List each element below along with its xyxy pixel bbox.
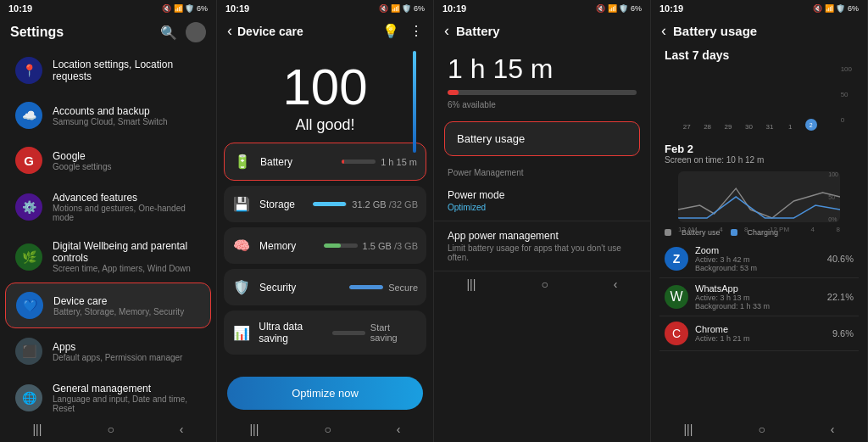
home-button-4[interactable]: ○ bbox=[758, 422, 765, 436]
settings-item-google[interactable]: G Google Google settings bbox=[5, 138, 211, 182]
topbar-icons: 🔍 bbox=[160, 22, 206, 42]
date-info: Feb 2 Screen on time: 10 h 12 m bbox=[651, 137, 867, 166]
security-care-icon: 🛡️ bbox=[232, 279, 251, 295]
wellbeing-sub: Screen time, App timers, Wind Down bbox=[53, 264, 201, 273]
back-arrow-4[interactable]: ‹ bbox=[661, 22, 666, 40]
security-value: Secure bbox=[388, 283, 418, 293]
optimize-button[interactable]: Optimize now bbox=[227, 377, 423, 410]
line-chart-container: 100 50 0% 12 AM 4 8 12 PM 4 8 bbox=[665, 168, 854, 223]
whatsapp-detail: Active: 3 h 13 m bbox=[695, 294, 821, 302]
app-chrome-item[interactable]: C Chrome Active: 1 h 21 m 9.6% bbox=[659, 316, 859, 351]
settings-item-general[interactable]: 🌐 General management Language and input,… bbox=[5, 374, 211, 417]
status-bar-2: 10:19 🔇 📶 🛡️ 6% bbox=[217, 0, 433, 17]
battery-usage-button[interactable]: Battery usage bbox=[444, 121, 640, 156]
menu-button-4[interactable]: ||| bbox=[683, 422, 693, 436]
google-title: Google bbox=[53, 150, 112, 162]
app-zoom-item[interactable]: Z Zoom Active: 3 h 42 m Background: 53 m… bbox=[659, 240, 859, 278]
status-icons-4: 🔇 📶 🛡️ 6% bbox=[813, 4, 859, 13]
power-mode-item[interactable]: Power mode Optimized bbox=[434, 181, 650, 221]
bulb-icon[interactable]: 💡 bbox=[382, 23, 399, 39]
care-storage-item[interactable]: 💾 Storage 31.2 GB /32 GB bbox=[224, 186, 426, 222]
apps-title: Apps bbox=[53, 341, 182, 353]
accounts-title: Accounts and backup bbox=[53, 105, 168, 117]
power-mode-title: Power mode bbox=[448, 189, 637, 201]
accounts-sub: Samsung Cloud, Smart Switch bbox=[53, 117, 168, 126]
bar-30: 30 bbox=[740, 121, 757, 131]
settings-item-location[interactable]: 📍 Location settings, Location requests bbox=[5, 48, 211, 92]
ultradata-care-title: Ultra data saving bbox=[259, 321, 332, 344]
care-ultradata-item[interactable]: 📊 Ultra data saving Start saving bbox=[224, 311, 426, 355]
status-bar-4: 10:19 🔇 📶 🛡️ 6% bbox=[651, 0, 867, 17]
screen-on-time: Screen on time: 10 h 12 m bbox=[665, 155, 854, 165]
settings-list: 📍 Location settings, Location requests ☁… bbox=[0, 48, 216, 417]
bar-1: 1 bbox=[782, 121, 798, 131]
back-arrow-2[interactable]: ‹ bbox=[227, 22, 232, 40]
zoom-bg-detail: Background: 53 m bbox=[695, 264, 821, 272]
battery-time-remaining: 1 h 15 m bbox=[434, 45, 650, 85]
status-bar-1: 10:19 🔇 📶 🛡️ 6% bbox=[0, 0, 216, 17]
home-button-1[interactable]: ○ bbox=[107, 422, 114, 436]
bar-29: 29 bbox=[720, 121, 737, 131]
back-button-2[interactable]: ‹ bbox=[397, 422, 401, 436]
time-4: 10:19 bbox=[659, 3, 683, 14]
menu-button-1[interactable]: ||| bbox=[32, 422, 42, 436]
time-1: 10:19 bbox=[8, 3, 32, 14]
home-button-2[interactable]: ○ bbox=[324, 422, 331, 436]
back-button-1[interactable]: ‹ bbox=[180, 422, 184, 436]
advanced-sub: Motions and gestures, One-handed mode bbox=[53, 204, 201, 222]
settings-item-devicecare[interactable]: 💙 Device care Battery, Storage, Memory, … bbox=[5, 283, 211, 328]
available-text: 6% available bbox=[434, 100, 650, 116]
battery-value: 1 h 15 m bbox=[381, 157, 417, 167]
last7-label: Last 7 days bbox=[651, 45, 867, 62]
back-button-3[interactable]: ‹ bbox=[614, 277, 618, 291]
care-battery-item[interactable]: 🔋 Battery 1 h 15 m bbox=[224, 143, 426, 181]
time-3: 10:19 bbox=[442, 3, 466, 14]
battery-care-icon: 🔋 bbox=[233, 154, 252, 170]
devicecare-icon: 💙 bbox=[16, 292, 43, 319]
security-mini-bar bbox=[349, 285, 383, 289]
care-security-item[interactable]: 🛡️ Security Secure bbox=[224, 269, 426, 305]
battery-panel: 10:19 🔇 📶 🛡️ 6% ‹ Battery 1 h 15 m 6% av… bbox=[434, 0, 651, 442]
bottom-nav-1: ||| ○ ‹ bbox=[0, 417, 216, 442]
battery-percent-bar bbox=[448, 90, 637, 95]
devicecare-sub: Battery, Storage, Memory, Security bbox=[53, 307, 184, 316]
battery-usage-topbar: ‹ Battery usage bbox=[651, 17, 867, 45]
settings-item-apps[interactable]: ⬛ Apps Default apps, Permission manager bbox=[5, 329, 211, 373]
avatar[interactable] bbox=[186, 22, 206, 42]
general-title: General management bbox=[53, 383, 201, 394]
more-icon[interactable]: ⋮ bbox=[409, 23, 423, 39]
app-whatsapp-item[interactable]: W WhatsApp Active: 3 h 13 m Background: … bbox=[659, 278, 859, 316]
memory-care-icon: 🧠 bbox=[232, 238, 251, 254]
battery-mini-bar bbox=[342, 159, 376, 164]
bar-chart: 27 28 29 30 31 1 bbox=[678, 67, 840, 131]
date-title: Feb 2 bbox=[665, 143, 854, 155]
settings-topbar: Settings 🔍 bbox=[0, 17, 216, 48]
google-sub: Google settings bbox=[53, 162, 112, 171]
care-list: 🔋 Battery 1 h 15 m 💾 Storage 31.2 GB /32… bbox=[217, 143, 433, 370]
google-icon: G bbox=[15, 147, 42, 174]
app-power-item[interactable]: App power management Limit battery usage… bbox=[434, 221, 650, 271]
back-button-4[interactable]: ‹ bbox=[831, 422, 835, 436]
settings-item-advanced[interactable]: ⚙️ Advanced features Motions and gesture… bbox=[5, 183, 211, 231]
menu-button-2[interactable]: ||| bbox=[249, 422, 259, 436]
devicecare-title: Device care bbox=[53, 295, 184, 307]
power-mgmt-label: Power Management bbox=[434, 161, 650, 181]
menu-button-3[interactable]: ||| bbox=[466, 277, 476, 291]
back-arrow-3[interactable]: ‹ bbox=[444, 22, 449, 40]
care-memory-item[interactable]: 🧠 Memory 1.5 GB /3 GB bbox=[224, 227, 426, 264]
wellbeing-icon: 🌿 bbox=[15, 243, 42, 271]
score-area: 100 All good! bbox=[217, 45, 433, 143]
zoom-detail: Active: 3 h 42 m bbox=[695, 255, 821, 264]
settings-item-wellbeing[interactable]: 🌿 Digital Wellbeing and parental control… bbox=[5, 232, 211, 282]
chrome-name: Chrome bbox=[695, 324, 826, 334]
line-chart-svg bbox=[678, 171, 840, 222]
bar-27: 27 bbox=[678, 121, 695, 131]
chrome-pct: 9.6% bbox=[832, 328, 854, 338]
bar-chart-container: 27 28 29 30 31 1 bbox=[665, 64, 854, 136]
zoom-name: Zoom bbox=[695, 245, 821, 255]
battery-usage-page-title: Battery usage bbox=[673, 24, 757, 38]
search-icon[interactable]: 🔍 bbox=[160, 25, 177, 41]
battery-percent-fill bbox=[448, 90, 459, 95]
home-button-3[interactable]: ○ bbox=[541, 277, 548, 291]
settings-item-accounts[interactable]: ☁️ Accounts and backup Samsung Cloud, Sm… bbox=[5, 93, 211, 137]
